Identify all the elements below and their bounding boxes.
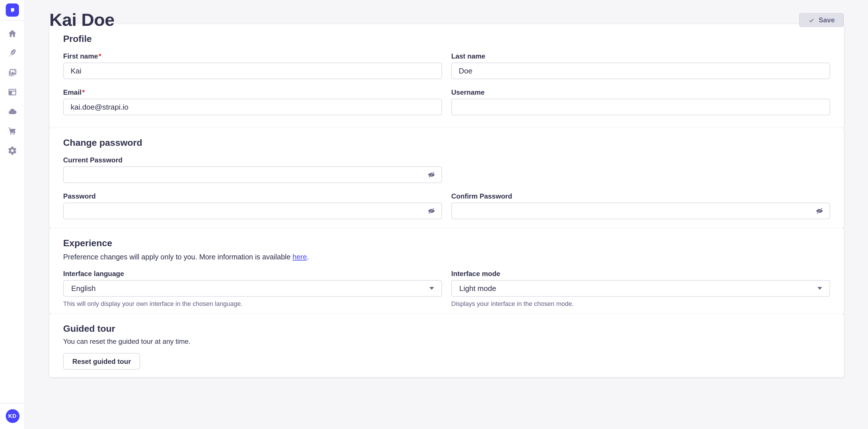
password-section-title: Change password: [63, 137, 830, 148]
sidebar-item-cloud[interactable]: [0, 102, 25, 121]
confirm-password-field: Confirm Password: [451, 192, 830, 219]
sidebar-nav: [0, 24, 25, 403]
layout-icon: [7, 87, 17, 97]
username-field: Username: [451, 88, 830, 116]
experience-section-title: Experience: [63, 238, 830, 249]
last-name-label: Last name: [451, 52, 830, 60]
sidebar-item-settings[interactable]: [0, 141, 25, 160]
gear-icon: [7, 145, 17, 155]
password-grid-spacer: [451, 156, 830, 183]
interface-mode-field: Interface mode Light mode Displays your …: [451, 270, 830, 307]
required-asterisk: *: [98, 52, 101, 60]
current-password-field: Current Password: [63, 156, 442, 183]
sidebar-item-media-library[interactable]: [0, 63, 25, 82]
new-password-input[interactable]: [63, 203, 442, 219]
cloud-icon: [7, 106, 17, 116]
interface-mode-value: Light mode: [459, 284, 496, 293]
toggle-new-password-visibility[interactable]: [426, 206, 436, 216]
main-content: Kai Doe Save Profile First name* Last na…: [25, 0, 868, 429]
current-password-label: Current Password: [63, 156, 442, 164]
required-asterisk: *: [82, 88, 85, 96]
eye-slash-icon: [427, 170, 435, 179]
save-button-label: Save: [818, 16, 835, 24]
profile-card: Profile First name* Last name Email* Use…: [50, 24, 844, 128]
sidebar-item-content-type-builder[interactable]: [0, 82, 25, 102]
experience-fields: Interface language English This will onl…: [63, 270, 830, 307]
check-icon: [808, 17, 815, 23]
profile-section-title: Profile: [63, 33, 830, 45]
save-button[interactable]: Save: [799, 13, 844, 27]
email-label: Email*: [63, 88, 442, 96]
email-input[interactable]: [63, 99, 442, 116]
interface-language-field: Interface language English This will onl…: [63, 270, 442, 307]
toggle-confirm-password-visibility[interactable]: [814, 206, 825, 216]
chevron-down-icon: [429, 287, 434, 290]
chevron-down-icon: [817, 287, 822, 290]
interface-mode-hint: Displays your interface in the chosen mo…: [451, 300, 830, 307]
sidebar: KD: [0, 0, 25, 429]
experience-desc-period: .: [307, 253, 309, 261]
app-root: KD Kai Doe Save Profile First name*: [0, 0, 868, 429]
eye-slash-icon: [427, 207, 435, 215]
user-avatar[interactable]: KD: [5, 409, 19, 423]
username-label: Username: [451, 88, 830, 96]
email-field: Email*: [63, 88, 442, 116]
username-input[interactable]: [451, 99, 830, 116]
first-name-input[interactable]: [63, 63, 442, 79]
sidebar-footer: KD: [0, 403, 25, 429]
current-password-input[interactable]: [63, 166, 442, 183]
interface-language-value: English: [71, 284, 96, 293]
first-name-field: First name*: [63, 52, 442, 79]
guided-tour-description: You can reset the guided tour at any tim…: [63, 337, 830, 346]
profile-fields: First name* Last name Email* Username: [63, 52, 830, 116]
toggle-current-password-visibility[interactable]: [426, 170, 436, 180]
experience-card: Experience Preference changes will apply…: [50, 228, 844, 314]
feather-icon: [7, 48, 17, 58]
eye-slash-icon: [815, 207, 824, 215]
change-password-card: Change password Current Password: [50, 128, 844, 228]
cart-icon: [7, 126, 17, 136]
interface-language-hint: This will only display your own interfac…: [63, 300, 442, 307]
interface-language-select[interactable]: English: [63, 280, 442, 297]
sidebar-item-content-manager[interactable]: [0, 43, 25, 63]
last-name-input[interactable]: [451, 63, 830, 79]
confirm-password-input[interactable]: [451, 203, 830, 219]
strapi-logo[interactable]: [6, 3, 19, 16]
strapi-logo-icon: [7, 5, 17, 15]
page-title: Kai Doe: [50, 10, 115, 30]
new-password-field: Password: [63, 192, 442, 219]
guided-tour-section-title: Guided tour: [63, 323, 830, 335]
new-password-label: Password: [63, 192, 442, 200]
experience-description: Preference changes will apply only to yo…: [63, 253, 830, 262]
interface-mode-label: Interface mode: [451, 270, 830, 278]
logo-container: [0, 0, 25, 21]
guided-tour-card: Guided tour You can reset the guided tou…: [50, 314, 844, 377]
confirm-password-label: Confirm Password: [451, 192, 830, 200]
sidebar-item-home[interactable]: [0, 24, 25, 43]
more-information-link[interactable]: here: [292, 253, 307, 261]
images-icon: [7, 67, 17, 77]
password-fields: Current Password Pass: [63, 156, 830, 219]
interface-mode-select[interactable]: Light mode: [451, 280, 830, 297]
home-icon: [7, 28, 17, 38]
first-name-label: First name*: [63, 52, 442, 60]
sidebar-item-marketplace[interactable]: [0, 121, 25, 141]
interface-language-label: Interface language: [63, 270, 442, 278]
last-name-field: Last name: [451, 52, 830, 79]
experience-desc-text: Preference changes will apply only to yo…: [63, 253, 292, 261]
page-header: Kai Doe Save: [50, 0, 844, 24]
reset-guided-tour-button[interactable]: Reset guided tour: [63, 353, 140, 370]
